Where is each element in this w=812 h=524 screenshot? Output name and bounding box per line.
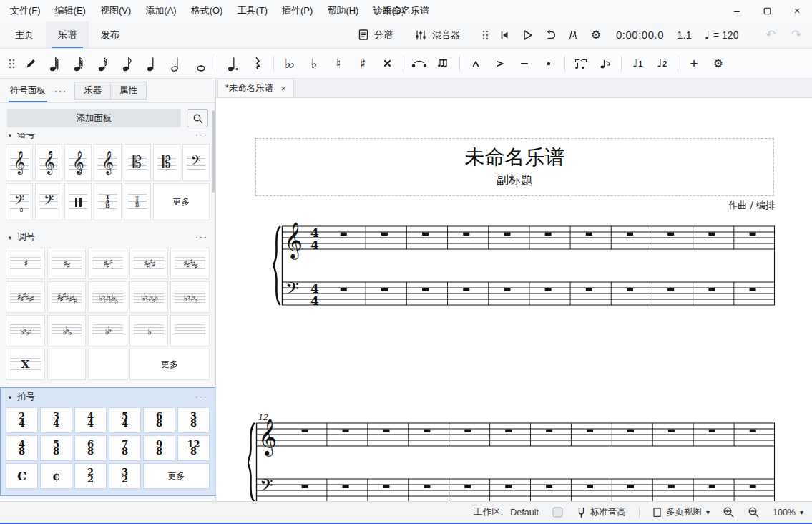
main-tab-乐谱[interactable]: 乐谱 [46, 21, 89, 48]
palette-more-button[interactable]: 更多 [153, 183, 210, 220]
minimize-button[interactable]: – [722, 0, 752, 21]
close-button[interactable]: × [782, 0, 812, 21]
playback-settings-button[interactable]: ⚙ [584, 24, 607, 46]
palette-time-2-2[interactable]: 22 [74, 463, 107, 489]
palette-key-s1[interactable]: ♯ [6, 248, 45, 279]
main-tab-发布[interactable]: 发布 [89, 21, 132, 48]
tempo-button[interactable]: ♩ = 120 [705, 29, 739, 42]
panel-tab-overflow-icon[interactable]: ··· [54, 85, 67, 96]
tie-button[interactable] [407, 52, 431, 75]
palette-time-5-8[interactable]: 58 [40, 435, 72, 461]
quarter-note-button[interactable] [140, 52, 165, 75]
palette-time-6-8[interactable]: 68 [143, 407, 175, 433]
menu-item[interactable]: 帮助(H) [320, 0, 366, 21]
add-button[interactable]: + [682, 52, 706, 75]
score-subtitle[interactable]: 副标题 [256, 172, 773, 188]
palette-time-3-2[interactable]: 32 [109, 463, 141, 489]
palette-key-f4[interactable]: ♭♭♭♭ [6, 315, 45, 346]
palette-key-none[interactable] [170, 315, 210, 346]
play-button[interactable] [516, 24, 539, 46]
palette-clef-fv[interactable]: 𝄢 [35, 183, 62, 220]
flip-direction-button[interactable] [593, 52, 617, 75]
palette-time-C[interactable]: C [6, 463, 38, 489]
half-note-button[interactable] [165, 52, 189, 75]
palette-menu-icon[interactable]: ··· [195, 133, 208, 140]
palette-scrollbar[interactable] [212, 110, 215, 193]
system-1[interactable]: 𝄞𝄢4444 [248, 218, 777, 316]
palette-key-blank[interactable] [47, 349, 87, 380]
score-tab[interactable]: *未命名乐谱 × [217, 79, 294, 97]
voice-1-button[interactable]: ♩1 [625, 52, 650, 75]
voice-2-button[interactable]: ♩2 [650, 52, 674, 75]
palette-time-12-8[interactable]: 128 [177, 435, 210, 461]
note-input-button[interactable] [19, 52, 43, 75]
palette-clef-gv[interactable]: 𝄞 [94, 144, 121, 181]
palette-clef-f8[interactable]: 𝄢8 [6, 183, 33, 220]
grace-note-button[interactable] [431, 52, 456, 75]
menu-item[interactable]: 文件(F) [3, 0, 48, 21]
palette-time-4-8[interactable]: 48 [6, 435, 38, 461]
menu-item[interactable]: 格式(O) [184, 0, 230, 21]
palette-time-3-4[interactable]: 34 [40, 407, 72, 433]
zoom-out-button[interactable] [748, 506, 760, 518]
tenuto-button[interactable] [512, 52, 537, 75]
close-tab-icon[interactable]: × [280, 83, 286, 94]
palette-clef-tab2[interactable]: TAB [124, 183, 151, 220]
palette-key-f7[interactable]: ♭♭♭♭♭♭♭ [88, 281, 127, 313]
title-frame[interactable]: 未命名乐谱 副标题 [255, 138, 774, 196]
panel-tab-palettes[interactable]: 符号面板 [7, 79, 49, 102]
palette-time-¢[interactable]: ¢ [40, 463, 72, 489]
palette-time-2-4[interactable]: 24 [6, 407, 38, 433]
palette-time-4-4[interactable]: 44 [74, 407, 107, 433]
palette-key-blank[interactable] [88, 349, 127, 380]
palette-key-s4[interactable]: ♯♯♯♯ [129, 248, 169, 279]
whole-note-button[interactable] [189, 52, 213, 75]
rewind-button[interactable] [493, 24, 516, 46]
palette-key-f6[interactable]: ♭♭♭♭♭♭ [129, 281, 169, 313]
score-credits[interactable]: 作曲 / 编排 [216, 199, 775, 212]
double-flat-button[interactable]: ♭♭ [278, 52, 302, 75]
palette-key-s3[interactable]: ♯♯♯ [88, 248, 127, 279]
metronome-button[interactable] [562, 24, 584, 46]
palette-clef-g8b[interactable]: 𝄞8 [64, 144, 92, 181]
menu-item[interactable]: 诊断(D) [366, 0, 411, 21]
tuplet-button[interactable]: 3 [569, 52, 593, 75]
double-sharp-button[interactable] [375, 52, 399, 75]
palette-key-s7[interactable]: ♯♯♯♯♯♯♯ [47, 281, 87, 313]
natural-button[interactable]: ♮ [326, 52, 351, 75]
palette-menu-icon[interactable]: ··· [195, 232, 208, 242]
palette-clef-c2[interactable]: 𝄡 [153, 144, 180, 181]
16th-note-button[interactable] [92, 52, 116, 75]
add-palette-button[interactable]: 添加面板 [7, 109, 181, 127]
score-title[interactable]: 未命名乐谱 [256, 145, 773, 170]
palette-clef-g8a[interactable]: 𝄞8 [35, 144, 62, 181]
panel-tab-属性[interactable]: 属性 [110, 82, 146, 99]
rest-button[interactable] [245, 52, 270, 75]
augmentation-dot-button[interactable] [221, 52, 245, 75]
undo-button[interactable]: ↶ [759, 24, 782, 46]
palette-time-3-8[interactable]: 38 [177, 407, 210, 433]
transport-drag-handle[interactable] [481, 29, 489, 42]
palette-menu-icon[interactable]: ··· [195, 392, 208, 402]
mixer-button[interactable]: 混音器 [409, 24, 466, 46]
customize-toolbar-button[interactable]: ⚙ [706, 52, 730, 75]
menu-item[interactable]: 视图(V) [93, 0, 138, 21]
palette-key-f3[interactable]: ♭♭♭ [47, 315, 87, 346]
panel-tab-乐器[interactable]: 乐器 [75, 82, 110, 99]
maximize-button[interactable] [752, 0, 782, 21]
palette-time-9-8[interactable]: 98 [143, 435, 175, 461]
menu-item[interactable]: 工具(T) [230, 0, 275, 21]
main-tab-主页[interactable]: 主页 [3, 21, 46, 48]
palette-clef-tab[interactable]: TAB [94, 183, 121, 220]
palette-time-7-8[interactable]: 78 [109, 435, 141, 461]
palette-section-keys[interactable]: ▼调号··· [6, 228, 210, 246]
sharp-button[interactable]: ♯ [351, 52, 375, 75]
palette-clef-perc[interactable] [64, 183, 92, 220]
redo-button[interactable]: ↷ [785, 24, 808, 46]
palette-clef-f[interactable]: 𝄢 [182, 144, 210, 181]
parts-button[interactable]: 分谱 [352, 24, 398, 46]
palette-key-s6[interactable]: ♯♯♯♯♯♯ [6, 281, 45, 313]
32nd-note-button[interactable] [67, 52, 92, 75]
panel-toggle-icon[interactable] [552, 506, 564, 518]
flat-button[interactable]: ♭ [302, 52, 326, 75]
